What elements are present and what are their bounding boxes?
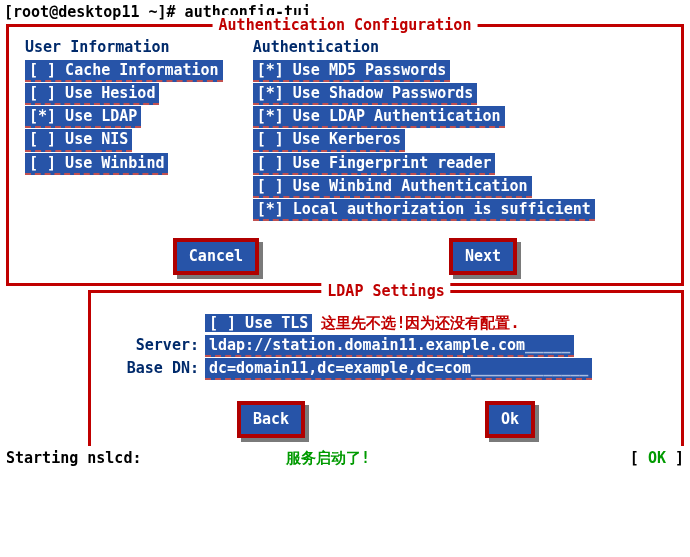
basedn-label: Base DN: bbox=[105, 358, 205, 380]
user-info-checkbox[interactable]: [ ] Cache Information bbox=[25, 60, 223, 82]
ldap-settings-dialog: LDAP Settings [ ] Use TLS 这里先不选!因为还没有配置.… bbox=[88, 290, 684, 446]
auth-checkbox[interactable]: [*] Use MD5 Passwords bbox=[253, 60, 451, 82]
server-input[interactable]: ldap://station.domain11.example.com_____ bbox=[205, 335, 574, 357]
status-line: Starting nslcd: 服务启动了! [ OK ] bbox=[0, 446, 690, 470]
tls-note: 这里先不选!因为还没有配置. bbox=[321, 314, 519, 332]
user-info-checkbox[interactable]: [*] Use LDAP bbox=[25, 106, 141, 128]
user-info-column: User Information [ ] Cache Information[ … bbox=[25, 37, 223, 222]
auth-checkbox[interactable]: [ ] Use Fingerprint reader bbox=[253, 153, 496, 175]
next-button[interactable]: Next bbox=[449, 238, 517, 274]
status-mid: 服务启动了! bbox=[286, 448, 630, 468]
user-info-checkbox[interactable]: [ ] Use NIS bbox=[25, 129, 132, 151]
auth-checkbox[interactable]: [*] Local authorization is sufficient bbox=[253, 199, 595, 221]
auth-config-dialog: Authentication Configuration User Inform… bbox=[6, 24, 684, 285]
dialog-title: Authentication Configuration bbox=[213, 15, 478, 35]
ok-button[interactable]: Ok bbox=[485, 401, 535, 437]
auth-checkbox[interactable]: [*] Use LDAP Authentication bbox=[253, 106, 505, 128]
authentication-column: Authentication [*] Use MD5 Passwords[*] … bbox=[253, 37, 595, 222]
server-label: Server: bbox=[105, 335, 205, 357]
auth-checkbox[interactable]: [ ] Use Kerberos bbox=[253, 129, 406, 151]
ldap-title: LDAP Settings bbox=[321, 281, 450, 301]
basedn-input[interactable]: dc=domain11,dc=example,dc=com___________… bbox=[205, 358, 592, 380]
auth-checkbox[interactable]: [ ] Use Winbind Authentication bbox=[253, 176, 532, 198]
user-info-checkbox[interactable]: [ ] Use Hesiod bbox=[25, 83, 159, 105]
status-left: Starting nslcd: bbox=[6, 448, 286, 468]
use-tls-checkbox[interactable]: [ ] Use TLS bbox=[205, 314, 312, 332]
authentication-heading: Authentication bbox=[253, 37, 595, 57]
back-button[interactable]: Back bbox=[237, 401, 305, 437]
auth-checkbox[interactable]: [*] Use Shadow Passwords bbox=[253, 83, 478, 105]
status-right: [ OK ] bbox=[630, 448, 684, 468]
cancel-button[interactable]: Cancel bbox=[173, 238, 259, 274]
user-info-heading: User Information bbox=[25, 37, 223, 57]
user-info-checkbox[interactable]: [ ] Use Winbind bbox=[25, 153, 168, 175]
